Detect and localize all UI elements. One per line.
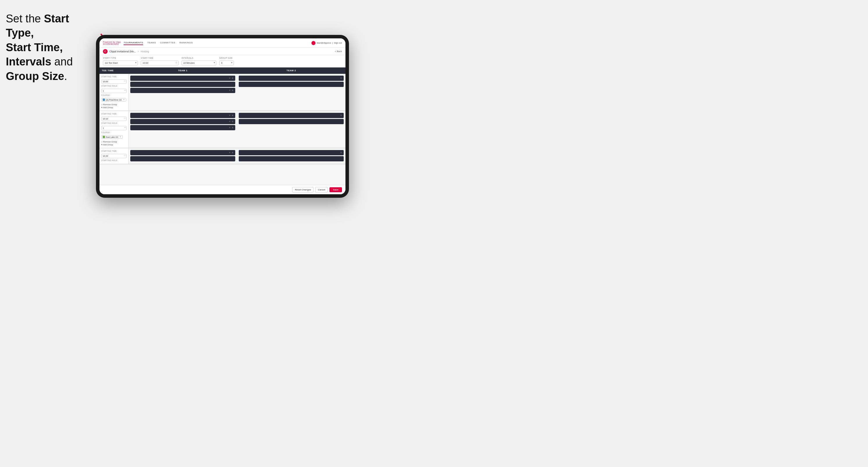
reset-changes-button[interactable]: Reset Changes: [292, 187, 313, 192]
player-x-t1-2-1[interactable]: ✕: [229, 114, 230, 117]
action-links-1: Remove Group Add Group: [101, 103, 126, 109]
nav-bar: Powered by clipp SCOREBOARD TOURNAMENTS …: [99, 38, 345, 48]
player-add-1-solo[interactable]: ⊕: [232, 89, 234, 92]
starting-hole-select-wrap-1: 1: [101, 88, 126, 93]
start-time-input[interactable]: [141, 61, 179, 65]
team1-panel-3: ✕ ⊕: [128, 148, 237, 164]
save-button[interactable]: Save: [330, 187, 342, 192]
nav-tab-tournaments[interactable]: TOURNAMENTS: [124, 41, 143, 45]
player-row-1-solo: ✕ ⊕: [130, 88, 235, 93]
player-add-t1-2-2[interactable]: ⊕: [232, 120, 234, 123]
player-x-t2-2-1[interactable]: ✕: [340, 114, 342, 117]
player-x-t1-2-2[interactable]: ✕: [229, 120, 230, 123]
starting-time-input-3[interactable]: [101, 154, 126, 158]
instruction-bold4: Group Size: [6, 70, 64, 82]
starting-time-input-wrap-1: [101, 78, 126, 84]
left-panel-3: STARTING TIME: STARTING HOLE:: [99, 148, 128, 164]
sub-nav-current: Hosting: [141, 50, 149, 53]
player-x-1-1[interactable]: ✕: [229, 77, 230, 80]
course-label-2: COURSE:: [101, 131, 126, 133]
back-button[interactable]: < Back: [335, 50, 342, 53]
tablet-screen: Powered by clipp SCOREBOARD TOURNAMENTS …: [99, 38, 345, 194]
starting-hole-select-1[interactable]: 1: [101, 89, 126, 93]
player-row-1-2: [130, 82, 235, 87]
starting-hole-label-1: STARTING HOLE:: [101, 85, 126, 87]
team1-panel-1: ✕ ⊕ ✕ ⊕: [128, 74, 237, 111]
instruction-text: Set the Start Type, Start Time, Interval…: [6, 12, 93, 84]
remove-group-1[interactable]: Remove Group: [101, 103, 126, 106]
player-x-t1-3-1[interactable]: ✕: [229, 152, 230, 154]
nav-tab-rankings[interactable]: RANKINGS: [179, 41, 193, 45]
starting-hole-select-2[interactable]: 1: [101, 126, 126, 130]
player-row-t1-2-solo: ✕ ⊕: [130, 125, 235, 130]
group-size-select[interactable]: 3: [219, 61, 234, 65]
player-row-1-1: ✕ ⊕: [130, 75, 235, 81]
course-tag-1: (A) Peachtree GC ✕: [101, 98, 126, 101]
starting-time-input-2[interactable]: [101, 117, 126, 121]
course-remove-2[interactable]: ✕: [120, 136, 121, 138]
start-type-select[interactable]: 1st Tee Start: [103, 61, 138, 65]
player-row-2-2: [239, 82, 344, 87]
th-team1: Team 1: [128, 67, 237, 73]
start-type-group: Start Type 1st Tee Start: [103, 57, 138, 65]
left-panel-2: STARTING TIME: STARTING HOLE: 1 COURSE: …: [99, 111, 128, 148]
player-add-1-1[interactable]: ⊕: [232, 77, 234, 80]
intervals-select[interactable]: 10 Minutes: [182, 61, 216, 65]
tee-group-1: STARTING TIME: STARTING HOLE: 1 COURSE: …: [99, 74, 345, 111]
sign-out-link[interactable]: Sign out: [334, 41, 342, 44]
th-tee-time: Tee Time: [99, 67, 128, 73]
course-icon-1: [103, 99, 105, 101]
player-x-t1-2-solo[interactable]: ✕: [229, 126, 230, 129]
tee-group-2: STARTING TIME: STARTING HOLE: 1 COURSE: …: [99, 111, 345, 148]
intervals-label: Intervals: [182, 57, 216, 59]
course-name-2: East Lake GC: [106, 136, 119, 138]
starting-time-label-1: STARTING TIME:: [101, 75, 126, 77]
intervals-select-wrap: 10 Minutes: [182, 60, 216, 65]
add-group-1[interactable]: Add Group: [101, 106, 126, 109]
player-x-2-1[interactable]: ✕: [340, 77, 342, 80]
user-email: blair@clippd.io: [317, 41, 331, 44]
starting-time-input-1[interactable]: [101, 80, 126, 84]
intervals-group: Intervals 10 Minutes: [182, 57, 216, 65]
team1-panel-2: ✕ ⊕ ✕ ⊕ ✕ ⊕: [128, 111, 237, 148]
player-row-t1-2-2: ✕ ⊕: [130, 119, 235, 124]
team2-panel-3: ✕: [237, 148, 345, 164]
nav-logo-sub: Powered by clipp: [103, 41, 121, 43]
instruction-line1: Set the: [6, 12, 44, 25]
starting-hole-label-2: STARTING HOLE:: [101, 122, 126, 124]
starting-time-input-wrap-2: [101, 116, 126, 121]
player-x-1-solo[interactable]: ✕: [229, 89, 230, 92]
cancel-button[interactable]: Cancel: [315, 187, 328, 192]
course-remove-1[interactable]: ✕: [123, 99, 125, 101]
tablet-device: Powered by clipp SCOREBOARD TOURNAMENTS …: [96, 35, 349, 198]
nav-tab-teams[interactable]: TEAMS: [147, 41, 156, 45]
footer: Reset Changes Cancel Save: [99, 185, 345, 194]
table-area: STARTING TIME: STARTING HOLE: 1 COURSE: …: [99, 74, 345, 185]
player-row-t2-2-1: ✕: [239, 113, 344, 118]
player-row-t2-3-1: ✕: [239, 150, 344, 155]
table-header: Tee Time Team 1 Team 2: [99, 67, 345, 74]
start-type-label: Start Type: [103, 57, 138, 59]
group-size-label: Group Size: [219, 57, 234, 59]
team2-panel-2: ✕: [237, 111, 345, 148]
sub-nav: C Clippd Invitational (Mo... > Hosting <…: [99, 48, 345, 55]
sub-nav-title: Clippd Invitational (Mo...: [109, 50, 136, 53]
course-label-1: COURSE:: [101, 94, 126, 96]
nav-right: blair@clippd.io | Sign out: [311, 41, 342, 45]
th-team2: Team 2: [237, 67, 345, 73]
player-add-t1-2-solo[interactable]: ⊕: [232, 126, 234, 129]
player-add-t1-2-1[interactable]: ⊕: [232, 114, 234, 117]
player-x-t2-3-1[interactable]: ✕: [340, 152, 342, 154]
nav-tabs: TOURNAMENTS TEAMS COMMITTEE RANKINGS: [124, 41, 311, 45]
remove-group-2[interactable]: Remove Group: [101, 141, 126, 143]
player-row-t2-2-2: [239, 119, 344, 124]
nav-separator: |: [332, 41, 333, 44]
player-row-t1-3-1: ✕ ⊕: [130, 150, 235, 155]
course-icon-2: [103, 136, 105, 138]
action-links-2: Remove Group Add Group: [101, 141, 126, 146]
nav-tab-committee[interactable]: COMMITTEE: [160, 41, 176, 45]
player-add-t1-3-1[interactable]: ⊕: [232, 152, 234, 154]
player-row-t2-3-2: [239, 156, 344, 161]
add-group-2[interactable]: Add Group: [101, 143, 126, 146]
controls-row: Start Type 1st Tee Start Start Time Inte…: [99, 55, 345, 67]
